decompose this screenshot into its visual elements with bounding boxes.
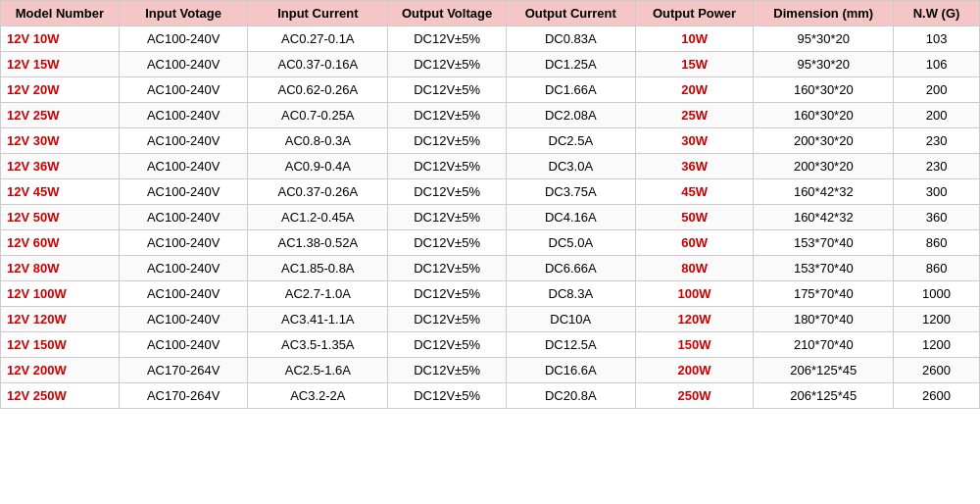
table-row: 12V 36WAC100-240VAC0.9-0.4ADC12V±5%DC3.0… bbox=[1, 154, 980, 179]
cell-output-current: DC2.5A bbox=[506, 128, 635, 154]
cell-model: 12V 25W bbox=[1, 103, 120, 128]
cell-nw: 860 bbox=[894, 230, 980, 256]
cell-output-voltage: DC12V±5% bbox=[388, 77, 507, 103]
cell-nw: 2600 bbox=[894, 383, 980, 409]
cell-input-current: AC3.41-1.1A bbox=[248, 307, 388, 332]
cell-input-current: AC3.5-1.35A bbox=[248, 332, 388, 358]
cell-output-current: DC0.83A bbox=[506, 26, 635, 52]
cell-output-current: DC1.66A bbox=[506, 77, 635, 103]
cell-nw: 1200 bbox=[894, 307, 980, 332]
cell-output-current: DC3.0A bbox=[506, 154, 635, 179]
cell-input-current: AC0.37-0.16A bbox=[248, 52, 388, 77]
cell-output-current: DC8.3A bbox=[506, 281, 635, 307]
cell-input-voltage: AC100-240V bbox=[119, 230, 248, 256]
cell-dimension: 95*30*20 bbox=[754, 26, 894, 52]
cell-input-current: AC0.37-0.26A bbox=[248, 179, 388, 205]
cell-nw: 1000 bbox=[894, 281, 980, 307]
table-row: 12V 150WAC100-240VAC3.5-1.35ADC12V±5%DC1… bbox=[1, 332, 980, 358]
cell-output-voltage: DC12V±5% bbox=[388, 128, 507, 154]
cell-dimension: 200*30*20 bbox=[754, 154, 894, 179]
cell-input-voltage: AC100-240V bbox=[119, 77, 248, 103]
cell-output-power: 20W bbox=[635, 77, 754, 103]
cell-output-power: 250W bbox=[635, 383, 754, 409]
cell-output-power: 30W bbox=[635, 128, 754, 154]
cell-input-current: AC0.8-0.3A bbox=[248, 128, 388, 154]
cell-output-current: DC10A bbox=[506, 307, 635, 332]
col-header-dimension: Dimension (mm) bbox=[754, 1, 894, 26]
cell-nw: 230 bbox=[894, 154, 980, 179]
cell-output-voltage: DC12V±5% bbox=[388, 103, 507, 128]
cell-dimension: 95*30*20 bbox=[754, 52, 894, 77]
cell-output-voltage: DC12V±5% bbox=[388, 26, 507, 52]
cell-nw: 230 bbox=[894, 128, 980, 154]
cell-input-voltage: AC100-240V bbox=[119, 256, 248, 281]
cell-output-current: DC16.6A bbox=[506, 358, 635, 383]
cell-model: 12V 20W bbox=[1, 77, 120, 103]
cell-input-voltage: AC100-240V bbox=[119, 307, 248, 332]
col-header-input-voltage: Input Votage bbox=[119, 1, 248, 26]
table-row: 12V 200WAC170-264VAC2.5-1.6ADC12V±5%DC16… bbox=[1, 358, 980, 383]
header-row: Model Number Input Votage Input Current … bbox=[1, 1, 980, 26]
cell-output-voltage: DC12V±5% bbox=[388, 230, 507, 256]
cell-input-voltage: AC100-240V bbox=[119, 332, 248, 358]
cell-input-current: AC0.62-0.26A bbox=[248, 77, 388, 103]
table-row: 12V 60WAC100-240VAC1.38-0.52ADC12V±5%DC5… bbox=[1, 230, 980, 256]
cell-output-current: DC3.75A bbox=[506, 179, 635, 205]
table-row: 12V 120WAC100-240VAC3.41-1.1ADC12V±5%DC1… bbox=[1, 307, 980, 332]
cell-output-power: 100W bbox=[635, 281, 754, 307]
cell-output-current: DC20.8A bbox=[506, 383, 635, 409]
cell-dimension: 206*125*45 bbox=[754, 358, 894, 383]
col-header-model: Model Number bbox=[1, 1, 120, 26]
cell-output-voltage: DC12V±5% bbox=[388, 383, 507, 409]
cell-output-voltage: DC12V±5% bbox=[388, 154, 507, 179]
cell-input-current: AC3.2-2A bbox=[248, 383, 388, 409]
table-row: 12V 50WAC100-240VAC1.2-0.45ADC12V±5%DC4.… bbox=[1, 205, 980, 230]
cell-input-current: AC0.27-0.1A bbox=[248, 26, 388, 52]
cell-dimension: 160*42*32 bbox=[754, 179, 894, 205]
cell-output-voltage: DC12V±5% bbox=[388, 205, 507, 230]
cell-dimension: 160*30*20 bbox=[754, 77, 894, 103]
col-header-input-current: Input Current bbox=[248, 1, 388, 26]
cell-dimension: 160*42*32 bbox=[754, 205, 894, 230]
cell-input-voltage: AC100-240V bbox=[119, 26, 248, 52]
specs-table: Model Number Input Votage Input Current … bbox=[0, 0, 980, 409]
cell-output-power: 50W bbox=[635, 205, 754, 230]
cell-dimension: 180*70*40 bbox=[754, 307, 894, 332]
cell-output-voltage: DC12V±5% bbox=[388, 281, 507, 307]
cell-output-current: DC2.08A bbox=[506, 103, 635, 128]
cell-output-power: 36W bbox=[635, 154, 754, 179]
table-row: 12V 100WAC100-240VAC2.7-1.0ADC12V±5%DC8.… bbox=[1, 281, 980, 307]
cell-output-power: 150W bbox=[635, 332, 754, 358]
cell-nw: 2600 bbox=[894, 358, 980, 383]
col-header-output-power: Output Power bbox=[635, 1, 754, 26]
cell-output-current: DC5.0A bbox=[506, 230, 635, 256]
cell-output-power: 120W bbox=[635, 307, 754, 332]
table-row: 12V 15WAC100-240VAC0.37-0.16ADC12V±5%DC1… bbox=[1, 52, 980, 77]
cell-output-power: 15W bbox=[635, 52, 754, 77]
cell-output-power: 200W bbox=[635, 358, 754, 383]
cell-output-power: 80W bbox=[635, 256, 754, 281]
cell-input-current: AC1.85-0.8A bbox=[248, 256, 388, 281]
cell-model: 12V 30W bbox=[1, 128, 120, 154]
cell-nw: 860 bbox=[894, 256, 980, 281]
cell-input-voltage: AC100-240V bbox=[119, 281, 248, 307]
cell-model: 12V 60W bbox=[1, 230, 120, 256]
cell-dimension: 175*70*40 bbox=[754, 281, 894, 307]
cell-model: 12V 45W bbox=[1, 179, 120, 205]
table-row: 12V 45WAC100-240VAC0.37-0.26ADC12V±5%DC3… bbox=[1, 179, 980, 205]
cell-output-power: 10W bbox=[635, 26, 754, 52]
cell-model: 12V 120W bbox=[1, 307, 120, 332]
table-row: 12V 30WAC100-240VAC0.8-0.3ADC12V±5%DC2.5… bbox=[1, 128, 980, 154]
cell-nw: 1200 bbox=[894, 332, 980, 358]
cell-output-voltage: DC12V±5% bbox=[388, 307, 507, 332]
cell-model: 12V 80W bbox=[1, 256, 120, 281]
cell-input-current: AC2.5-1.6A bbox=[248, 358, 388, 383]
cell-output-voltage: DC12V±5% bbox=[388, 256, 507, 281]
cell-nw: 106 bbox=[894, 52, 980, 77]
cell-output-current: DC12.5A bbox=[506, 332, 635, 358]
cell-input-current: AC1.2-0.45A bbox=[248, 205, 388, 230]
cell-input-voltage: AC100-240V bbox=[119, 128, 248, 154]
cell-input-voltage: AC170-264V bbox=[119, 358, 248, 383]
cell-dimension: 153*70*40 bbox=[754, 230, 894, 256]
cell-input-voltage: AC100-240V bbox=[119, 103, 248, 128]
